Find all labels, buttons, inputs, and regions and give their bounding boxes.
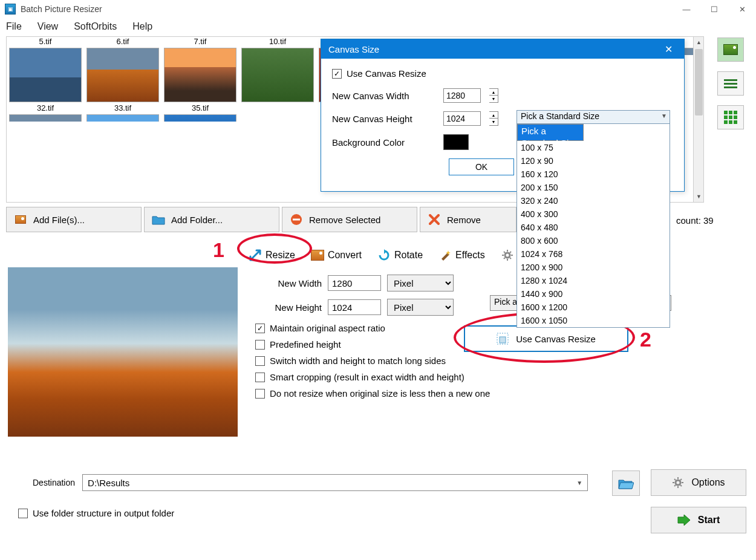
folder-structure-checkbox[interactable]: Use folder structure in output folder — [18, 508, 174, 518]
app-icon: ▣ — [5, 4, 16, 15]
menu-softorbits[interactable]: SoftOrbits — [71, 20, 119, 33]
use-canvas-checkbox[interactable]: ✓ Use Canvas Resize — [332, 68, 673, 79]
thumbnail[interactable]: 7.tif — [161, 37, 239, 102]
canvas-height-input[interactable] — [443, 111, 481, 126]
dropdown-option[interactable]: 200 x 150 — [517, 181, 670, 194]
thumbnail-label: 32.tif — [7, 103, 84, 114]
view-grid-button[interactable] — [717, 105, 744, 129]
menubar: File View SoftOrbits Help — [0, 18, 756, 35]
height-stepper[interactable]: ▲▼ — [489, 111, 498, 126]
svg-rect-12 — [500, 337, 506, 343]
folder-open-icon — [618, 477, 634, 489]
step-up-icon[interactable]: ▲ — [489, 112, 498, 119]
preview-pane — [6, 264, 240, 463]
dropdown-option[interactable]: 400 x 300 — [517, 207, 670, 221]
tab-label: Convert — [328, 250, 362, 261]
chevron-down-icon: ▼ — [576, 480, 582, 486]
list-icon — [724, 79, 737, 88]
destination-label: Destination — [33, 478, 75, 487]
dropdown-option[interactable]: 120 x 90 — [517, 154, 670, 168]
maximize-button[interactable]: ☐ — [700, 0, 728, 18]
thumbnail[interactable]: 6.tif — [84, 37, 161, 102]
thumbnail-label: 10.tif — [239, 37, 316, 48]
effects-icon — [438, 249, 452, 262]
add-files-button[interactable]: Add File(s)... — [6, 207, 142, 232]
height-input[interactable] — [328, 299, 381, 315]
width-unit-select[interactable]: Pixel — [387, 275, 454, 291]
dropdown-option[interactable]: 1280 x 1024 — [517, 274, 670, 287]
tab-effects[interactable]: Effects — [432, 243, 492, 267]
svg-line-21 — [674, 485, 676, 486]
thumbnail[interactable]: 35.tif — [161, 103, 239, 122]
dropdown-header[interactable]: Pick a Standard Size ▼ — [517, 111, 670, 124]
smart-crop-checkbox[interactable]: Smart cropping (result in exact width an… — [255, 372, 683, 382]
menu-view[interactable]: View — [35, 20, 60, 33]
bg-color-swatch[interactable] — [443, 134, 469, 150]
dropdown-option[interactable]: Pick a Standard Size — [517, 124, 584, 141]
svg-line-10 — [504, 258, 505, 259]
view-thumbnails-button[interactable] — [717, 37, 744, 62]
canvas-width-input[interactable] — [443, 88, 481, 103]
use-canvas-resize-button[interactable]: Use Canvas Resize — [464, 325, 628, 352]
scroll-thumb[interactable] — [695, 49, 703, 116]
thumbnail-scrollbar[interactable]: ▲ ▼ — [693, 37, 704, 202]
dropdown-option[interactable]: 640 x 480 — [517, 221, 670, 234]
thumbnail-label: 7.tif — [161, 37, 239, 48]
close-button[interactable]: ✕ — [728, 0, 756, 18]
dialog-titlebar[interactable]: Canvas Size ✕ — [321, 39, 684, 59]
thumbnail-label: 6.tif — [84, 37, 161, 48]
no-resize-checkbox[interactable]: Do not resize when original size is less… — [255, 388, 683, 399]
menu-help[interactable]: Help — [130, 20, 155, 33]
checkbox-label: Use folder structure in output folder — [33, 508, 174, 518]
standard-size-dropdown[interactable]: Pick a Standard Size ▼ Pick a Standard S… — [516, 110, 670, 328]
width-stepper[interactable]: ▲▼ — [489, 88, 498, 103]
start-button[interactable]: Start — [651, 507, 746, 533]
dialog-close-button[interactable]: ✕ — [660, 44, 677, 55]
scroll-up-icon[interactable]: ▲ — [694, 37, 704, 48]
dropdown-option[interactable]: 1600 x 1200 — [517, 301, 670, 314]
checkbox-label: Switch width and height to match long si… — [270, 356, 446, 366]
menu-file[interactable]: File — [4, 20, 24, 33]
grid-icon — [724, 111, 737, 124]
dropdown-option[interactable]: 1200 x 900 — [517, 261, 670, 274]
tab-resize[interactable]: Resize — [242, 243, 302, 267]
tab-convert[interactable]: Convert — [304, 243, 368, 267]
checkbox-label: Maintain original aspect ratio — [270, 323, 385, 333]
svg-line-20 — [680, 479, 682, 480]
remove-selected-button[interactable]: Remove Selected — [282, 207, 417, 232]
add-folder-button[interactable]: Add Folder... — [144, 207, 279, 232]
scroll-down-icon[interactable]: ▼ — [694, 191, 704, 202]
dropdown-option[interactable]: 1600 x 1050 — [517, 314, 670, 327]
dropdown-option[interactable]: 800 x 600 — [517, 234, 670, 247]
step-down-icon[interactable]: ▼ — [489, 119, 498, 125]
step-up-icon[interactable]: ▲ — [489, 89, 498, 96]
svg-line-19 — [680, 485, 682, 486]
switch-sides-checkbox[interactable]: Switch width and height to match long si… — [255, 356, 683, 366]
tab-label: Effects — [455, 250, 485, 261]
minimize-button[interactable]: — — [673, 0, 700, 18]
dropdown-option[interactable]: 160 x 120 — [517, 168, 670, 181]
dropdown-option[interactable]: 320 x 240 — [517, 194, 670, 207]
destination-select[interactable]: D:\Results ▼ — [82, 474, 588, 491]
options-button[interactable]: Options — [651, 469, 746, 496]
height-unit-select[interactable]: Pixel — [387, 299, 454, 316]
dropdown-option[interactable]: 1024 x 768 — [517, 247, 670, 261]
ok-button[interactable]: OK — [449, 158, 514, 175]
step-down-icon[interactable]: ▼ — [489, 96, 498, 102]
thumbnail-label: 5.tif — [7, 37, 84, 48]
thumbnail[interactable]: 32.tif — [7, 103, 84, 122]
image-count-label: count: 39 — [676, 215, 714, 226]
checkbox-icon: ✓ — [255, 324, 265, 333]
thumbnail[interactable]: 10.tif — [239, 37, 316, 102]
remove-all-button[interactable]: Remove — [420, 207, 516, 232]
remove-icon — [290, 213, 303, 226]
thumbnail[interactable]: 33.tif — [84, 103, 161, 122]
tab-rotate[interactable]: Rotate — [371, 243, 429, 267]
browse-folder-button[interactable] — [612, 470, 640, 496]
dropdown-option[interactable]: 100 x 75 — [517, 141, 670, 154]
thumbnail[interactable]: 5.tif — [7, 37, 84, 102]
dropdown-option[interactable]: 1440 x 900 — [517, 287, 670, 301]
view-list-button[interactable] — [717, 71, 744, 96]
width-input[interactable] — [328, 275, 381, 291]
svg-line-9 — [510, 252, 511, 253]
